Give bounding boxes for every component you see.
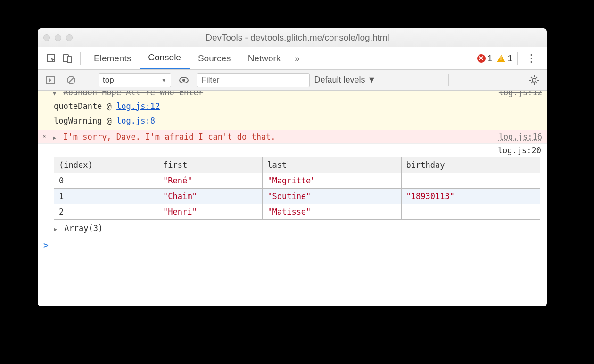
table-header-last[interactable]: last	[263, 157, 401, 173]
warning-message: Abandon Hope All Ye Who Enter	[63, 91, 203, 97]
stack-frame: quoteDante @ log.js:12	[38, 99, 160, 114]
execution-context-select[interactable]: top ▼	[99, 73, 171, 87]
console-log-area: Abandon Hope All Ye Who Enter log.js:12 …	[38, 91, 547, 306]
svg-point-7	[182, 79, 185, 82]
more-options-icon[interactable]: ⋮	[522, 52, 541, 65]
source-link[interactable]: log.js:12	[116, 101, 160, 111]
close-window-button[interactable]	[43, 34, 50, 41]
disclosure-triangle-icon[interactable]	[53, 91, 58, 97]
toggle-sidebar-icon[interactable]	[42, 72, 58, 88]
devtools-window: DevTools - devtools.glitch.me/console/lo…	[38, 28, 547, 306]
error-message: I'm sorry, Dave. I'm afraid I can't do t…	[63, 132, 275, 141]
disclosure-triangle-icon[interactable]	[53, 134, 58, 141]
console-prompt[interactable]: >	[38, 236, 547, 254]
warning-count: 1	[507, 53, 512, 64]
table-row[interactable]: 0 "René" "Magritte"	[54, 173, 540, 189]
source-link[interactable]: log.js:12	[499, 91, 542, 97]
warning-count-badge[interactable]: 1	[497, 53, 512, 64]
caret-down-icon: ▼	[161, 77, 167, 83]
console-error-entry[interactable]: ✕ I'm sorry, Dave. I'm afraid I can't do…	[38, 130, 547, 144]
live-expression-icon[interactable]	[176, 72, 192, 88]
console-filterbar: top ▼ Default levels ▼	[38, 70, 547, 91]
svg-line-16	[536, 77, 537, 78]
warning-stacktrace: quoteDante @ log.js:12 logWarning @ log.…	[38, 99, 547, 130]
console-settings-icon[interactable]	[526, 72, 542, 88]
svg-line-13	[531, 77, 532, 78]
error-count-badge[interactable]: ✕ 1	[477, 53, 493, 64]
window-title: DevTools - devtools.glitch.me/console/lo…	[54, 33, 541, 43]
clear-console-icon[interactable]	[63, 72, 79, 88]
context-label: top	[103, 75, 114, 85]
console-warning-entry[interactable]: Abandon Hope All Ye Who Enter log.js:12	[38, 91, 547, 99]
source-link[interactable]: log.js:20	[498, 146, 541, 155]
disclosure-triangle-icon[interactable]	[54, 226, 59, 232]
source-link[interactable]: log.js:16	[499, 132, 542, 141]
table-header-index[interactable]: (index)	[54, 157, 158, 173]
toggle-device-icon[interactable]	[59, 50, 75, 66]
tab-network[interactable]: Network	[239, 47, 289, 69]
table-row[interactable]: 1 "Chaim" "Soutine" "18930113"	[54, 189, 540, 204]
filter-input[interactable]	[197, 73, 310, 87]
svg-line-14	[536, 82, 537, 83]
stack-frame: logWarning @ log.js:8	[38, 114, 155, 128]
console-table: (index) first last birthday 0 "René" "Ma…	[54, 157, 540, 220]
divider	[89, 74, 89, 86]
error-icon: ✕	[477, 54, 486, 63]
source-link[interactable]: log.js:8	[116, 116, 155, 125]
svg-line-5	[68, 77, 74, 83]
tab-sources[interactable]: Sources	[190, 47, 239, 69]
svg-rect-2	[67, 57, 72, 63]
log-levels-select[interactable]: Default levels ▼	[314, 75, 376, 85]
warning-icon	[497, 55, 505, 62]
divider	[448, 74, 449, 86]
devtools-tabstrip: Elements Console Sources Network » ✕ 1 1…	[38, 47, 547, 70]
console-table-entry: log.js:20 (index) first last birthday 0 …	[38, 144, 547, 236]
table-row[interactable]: 2 "Henri" "Matisse"	[54, 204, 540, 220]
window-titlebar: DevTools - devtools.glitch.me/console/lo…	[38, 28, 547, 47]
divider	[80, 52, 81, 65]
tab-elements[interactable]: Elements	[85, 47, 140, 69]
table-summary[interactable]: Array(3)	[38, 222, 547, 236]
tab-console[interactable]: Console	[140, 47, 190, 69]
more-tabs-button[interactable]: »	[289, 47, 305, 69]
table-header-first[interactable]: first	[158, 157, 263, 173]
error-count: 1	[487, 53, 493, 64]
divider	[517, 52, 518, 65]
svg-point-8	[532, 78, 536, 82]
error-icon: ✕	[43, 133, 50, 141]
svg-line-15	[531, 82, 532, 83]
table-header-birthday[interactable]: birthday	[401, 157, 540, 173]
inspect-element-icon[interactable]	[43, 50, 59, 66]
